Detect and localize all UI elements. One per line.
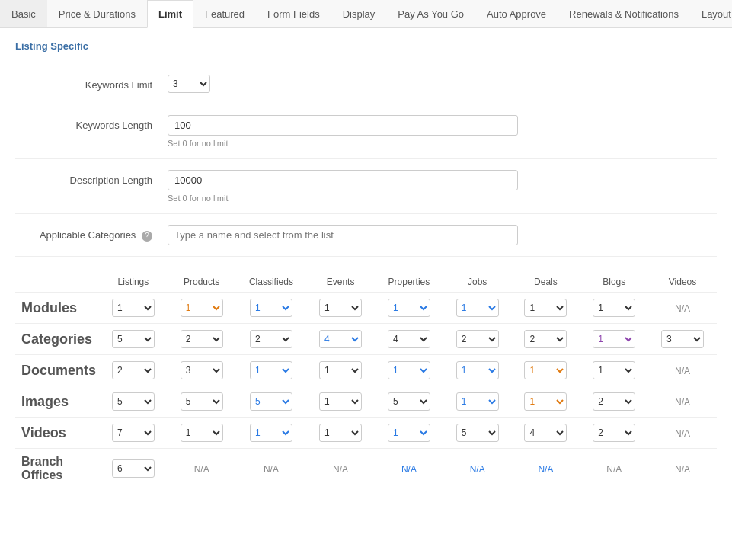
cell-select[interactable]: 6 xyxy=(112,459,155,478)
cell-select[interactable]: 2 xyxy=(524,330,567,348)
cell-select[interactable]: 3 xyxy=(661,330,704,348)
keywords-limit-select[interactable]: 3 1 2 4 5 xyxy=(168,75,210,93)
cell-select[interactable]: 2 xyxy=(456,330,499,348)
cell: 2 xyxy=(512,324,580,355)
cell: 1 xyxy=(443,293,512,324)
cell-select[interactable]: 1 xyxy=(388,424,430,442)
cell: 2 xyxy=(99,355,168,386)
col-header-properties: Properties xyxy=(375,272,443,293)
cell: 1 xyxy=(580,324,648,355)
cell: 5 xyxy=(236,386,307,418)
cell-select[interactable]: 1 xyxy=(112,299,155,317)
cell-select[interactable]: 3 xyxy=(181,361,223,379)
cell-select[interactable]: 1 xyxy=(388,299,430,317)
keywords-length-input[interactable] xyxy=(168,115,518,136)
tab-limit[interactable]: Limit xyxy=(147,0,193,28)
cell-select[interactable]: 1 xyxy=(181,424,223,442)
cell-select[interactable]: 1 xyxy=(319,299,362,317)
cell-select[interactable]: 1 xyxy=(593,299,635,317)
cell: 1 xyxy=(236,355,307,386)
tab-layout[interactable]: Layout xyxy=(690,0,732,27)
cell: 5 xyxy=(99,324,168,355)
cell: 1 xyxy=(236,418,307,449)
cell-select[interactable]: 1 xyxy=(181,299,223,317)
cell-select[interactable]: 2 xyxy=(593,424,635,442)
cell-select[interactable]: 1 xyxy=(319,392,362,411)
cell-select[interactable]: 1 xyxy=(250,361,292,379)
col-header-classifieds: Classifieds xyxy=(236,272,307,293)
cell: N/A xyxy=(580,449,648,489)
tab-form-fields[interactable]: Form Fields xyxy=(256,0,331,27)
col-header-blogs: Blogs xyxy=(580,272,648,293)
cell-select[interactable]: 4 xyxy=(319,330,362,348)
tab-price-durations[interactable]: Price & Durations xyxy=(47,0,147,27)
cell-select[interactable]: 2 xyxy=(112,361,155,379)
tab-pay-as-you-go[interactable]: Pay As You Go xyxy=(386,0,475,27)
na-value: N/A xyxy=(675,303,690,314)
cell: 2 xyxy=(168,324,236,355)
keywords-length-control: Set 0 for no limit xyxy=(168,115,717,148)
row-label-images: Images xyxy=(15,386,99,418)
na-value: N/A xyxy=(675,464,690,475)
cell: 1 xyxy=(236,293,307,324)
cell: 1 xyxy=(99,293,168,324)
cell-select[interactable]: 1 xyxy=(319,361,362,379)
cell-select[interactable]: 1 xyxy=(524,392,567,411)
cell-select[interactable]: 5 xyxy=(388,392,430,411)
table-row: Documents23111111N/A xyxy=(15,355,717,386)
cell-select[interactable]: 1 xyxy=(593,330,635,348)
tab-renewals-notifications[interactable]: Renewals & Notifications xyxy=(558,0,690,27)
cell-select[interactable]: 4 xyxy=(524,424,567,442)
cell: 1 xyxy=(443,386,512,418)
cell-select[interactable]: 1 xyxy=(250,299,292,317)
table-row: Videos71111542N/A xyxy=(15,418,717,449)
cell-select[interactable]: 1 xyxy=(388,361,430,379)
cell-select[interactable]: 5 xyxy=(250,392,292,411)
cell: 3 xyxy=(648,324,717,355)
cell: 4 xyxy=(512,418,580,449)
table-row: Modules11111111N/A xyxy=(15,293,717,324)
keywords-limit-control: 3 1 2 4 5 xyxy=(168,75,717,93)
cell: 1 xyxy=(168,293,236,324)
cell: 2 xyxy=(580,386,648,418)
applicable-categories-input[interactable] xyxy=(168,225,518,245)
cell: 1 xyxy=(580,293,648,324)
cell: 1 xyxy=(375,355,443,386)
tab-display[interactable]: Display xyxy=(331,0,387,27)
na-value: N/A xyxy=(675,397,690,408)
cell-select[interactable]: 2 xyxy=(181,330,223,348)
cell-select[interactable]: 1 xyxy=(456,299,499,317)
cell-select[interactable]: 5 xyxy=(181,392,223,411)
tab-basic[interactable]: Basic xyxy=(0,0,47,27)
description-length-input[interactable] xyxy=(168,170,518,190)
tab-featured[interactable]: Featured xyxy=(193,0,256,27)
cell-select[interactable]: 5 xyxy=(112,392,155,411)
cell-select[interactable]: 1 xyxy=(456,361,499,379)
cell: 1 xyxy=(375,418,443,449)
cell: 2 xyxy=(443,324,512,355)
na-value: N/A xyxy=(264,464,279,475)
cell-select[interactable]: 1 xyxy=(250,424,292,442)
keywords-length-row: Keywords Length Set 0 for no limit xyxy=(15,104,717,159)
description-length-hint: Set 0 for no limit xyxy=(168,194,717,203)
tab-auto-approve[interactable]: Auto Approve xyxy=(475,0,558,27)
limits-table-section: Listings Products Classifieds Events Pro… xyxy=(15,272,717,488)
table-row: Images55515112N/A xyxy=(15,386,717,418)
cell-select[interactable]: 1 xyxy=(319,424,362,442)
cell: N/A xyxy=(443,449,512,489)
na-value: N/A xyxy=(194,464,209,475)
cell-select[interactable]: 7 xyxy=(112,424,155,442)
cell-select[interactable]: 5 xyxy=(112,330,155,348)
cell-select[interactable]: 1 xyxy=(593,361,635,379)
cell-select[interactable]: 1 xyxy=(456,392,499,411)
cell: N/A xyxy=(648,355,717,386)
cell-select[interactable]: 2 xyxy=(250,330,292,348)
cell-select[interactable]: 1 xyxy=(524,361,567,379)
cell: 5 xyxy=(443,418,512,449)
cell-select[interactable]: 5 xyxy=(456,424,499,442)
cell-select[interactable]: 4 xyxy=(388,330,430,348)
cell: 1 xyxy=(512,386,580,418)
help-icon[interactable]: ? xyxy=(142,231,152,242)
cell-select[interactable]: 2 xyxy=(593,392,635,411)
cell-select[interactable]: 1 xyxy=(524,299,567,317)
